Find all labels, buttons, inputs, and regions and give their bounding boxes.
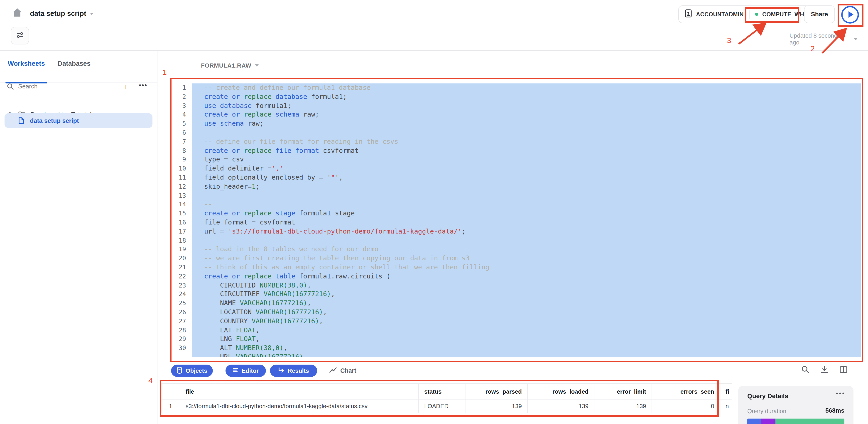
- column-header[interactable]: rows_parsed: [466, 383, 528, 399]
- code-text: CIRCUITREF VARCHAR(16777216),: [192, 290, 861, 299]
- table-cell[interactable]: n: [720, 399, 732, 413]
- code-line[interactable]: 14--: [172, 200, 861, 209]
- line-number: 9: [172, 155, 192, 164]
- download-icon[interactable]: [820, 365, 829, 376]
- search-input[interactable]: [17, 83, 110, 90]
- table-cell[interactable]: s3://formula1-dbt-cloud-python-demo/form…: [180, 399, 419, 413]
- column-header[interactable]: file: [180, 383, 419, 399]
- database-icon: [177, 367, 182, 375]
- share-button[interactable]: Share: [804, 5, 835, 23]
- code-line[interactable]: 11field_optionally_enclosed_by = '"',: [172, 173, 861, 182]
- code-line[interactable]: 17url = 's3://formula1-dbt-cloud-python-…: [172, 227, 861, 236]
- code-line[interactable]: 16file_format = csvformat: [172, 218, 861, 227]
- filters-button[interactable]: [11, 27, 29, 44]
- code-line[interactable]: 9type = csv: [172, 155, 861, 164]
- code-line[interactable]: 23 CIRCUITID NUMBER(38,0),: [172, 281, 861, 290]
- new-worksheet-button[interactable]: +: [123, 82, 128, 92]
- code-text: COUNTRY VARCHAR(16777216),: [192, 317, 861, 326]
- code-line[interactable]: 10field_delimiter =',': [172, 164, 861, 173]
- code-line[interactable]: 19-- load in the 8 tables we need for ou…: [172, 245, 861, 254]
- sidebar-more-button[interactable]: •••: [139, 81, 148, 89]
- home-button[interactable]: [10, 6, 25, 21]
- code-line[interactable]: 29 LNG FLOAT,: [172, 335, 861, 344]
- code-line[interactable]: 20-- we are first creating the table the…: [172, 254, 861, 263]
- objects-button[interactable]: Objects: [171, 365, 213, 377]
- code-line[interactable]: 18: [172, 236, 861, 245]
- column-header[interactable]: errors_seen: [652, 383, 720, 399]
- details-panel-divider: [732, 377, 732, 424]
- code-line[interactable]: 2create or replace database formula1;: [172, 93, 861, 102]
- column-header[interactable]: error_limit: [594, 383, 652, 399]
- annotation-label-3: 3: [727, 36, 731, 45]
- code-line[interactable]: 12skip_header=1;: [172, 182, 861, 191]
- line-number: 3: [172, 101, 192, 110]
- code-line[interactable]: 5use schema raw;: [172, 119, 861, 128]
- column-header[interactable]: rows_loaded: [528, 383, 594, 399]
- code-line[interactable]: 21-- think of this as an empty container…: [172, 263, 861, 272]
- code-text: use schema raw;: [192, 119, 861, 128]
- code-line[interactable]: 15create or replace stage formula1_stage: [172, 209, 861, 218]
- search-results-icon[interactable]: [801, 365, 809, 376]
- table-cell[interactable]: 139: [528, 399, 594, 413]
- updated-dropdown[interactable]: Updated 8 seconds ago: [789, 32, 858, 46]
- results-button[interactable]: Results: [270, 365, 317, 377]
- sidebar-item-worksheet-selected[interactable]: data setup script: [4, 113, 152, 128]
- page-title: data setup script: [30, 9, 86, 18]
- editor-button[interactable]: Editor: [225, 365, 266, 377]
- code-line[interactable]: 22create or replace table formula1.raw.c…: [172, 272, 861, 281]
- table-cell[interactable]: 139: [466, 399, 528, 413]
- line-number: 25: [172, 299, 192, 308]
- warehouse-label: COMPUTE_WH: [762, 11, 804, 18]
- user-badge-icon: [685, 9, 692, 20]
- code-line[interactable]: 30 ALT NUMBER(38,0),: [172, 344, 861, 353]
- code-line[interactable]: 24 CIRCUITREF VARCHAR(16777216),: [172, 290, 861, 299]
- query-details-menu-button[interactable]: •••: [836, 390, 845, 397]
- tab-databases[interactable]: Databases: [58, 60, 91, 67]
- code-line[interactable]: 13: [172, 191, 861, 200]
- role-warehouse-selector[interactable]: ACCOUNTADMIN COMPUTE_WH: [678, 5, 810, 23]
- schema-context-dropdown[interactable]: FORMULA1.RAW: [201, 62, 259, 69]
- row-number-header: [161, 383, 180, 399]
- code-text: use database formula1;: [192, 101, 861, 110]
- table-cell[interactable]: LOADED: [419, 399, 466, 413]
- code-text: skip_header=1;: [192, 182, 861, 191]
- code-line[interactable]: 25 NAME VARCHAR(16777216),: [172, 299, 861, 308]
- line-number: 19: [172, 245, 192, 254]
- line-number: 29: [172, 335, 192, 344]
- table-cell[interactable]: 0: [652, 399, 720, 413]
- code-text: url = 's3://formula1-dbt-cloud-python-de…: [192, 227, 861, 236]
- run-button[interactable]: [840, 5, 860, 24]
- split-columns-icon[interactable]: [839, 365, 847, 376]
- worksheet-label: data setup script: [30, 117, 79, 124]
- code-line[interactable]: 28 LAT FLOAT,: [172, 326, 861, 335]
- column-header[interactable]: fi: [720, 383, 732, 399]
- code-text: ALT NUMBER(38,0),: [192, 344, 861, 353]
- code-line[interactable]: 1-- create and define our formula1 datab…: [172, 84, 861, 93]
- code-line[interactable]: 3use database formula1;: [172, 101, 861, 110]
- tab-worksheets[interactable]: Worksheets: [8, 60, 45, 67]
- code-text: field_optionally_enclosed_by = '"',: [192, 173, 861, 182]
- table-row[interactable]: 1s3://formula1-dbt-cloud-python-demo/for…: [161, 399, 732, 413]
- line-number: 26: [172, 308, 192, 317]
- code-text: [192, 236, 861, 245]
- code-line[interactable]: 8create or replace file format csvformat: [172, 146, 861, 155]
- results-toolbar-icons: [801, 365, 847, 376]
- code-line[interactable]: URL VARCHAR(16777216),: [172, 353, 861, 357]
- code-line[interactable]: 27 COUNTRY VARCHAR(16777216),: [172, 317, 861, 326]
- worksheet-title-dropdown[interactable]: data setup script: [30, 9, 93, 18]
- code-line[interactable]: 26 LOCATION VARCHAR(16777216),: [172, 308, 861, 317]
- query-duration-label: Query duration: [747, 408, 786, 415]
- column-header[interactable]: status: [419, 383, 466, 399]
- objects-label: Objects: [186, 367, 207, 374]
- line-number: 10: [172, 164, 192, 173]
- sql-editor[interactable]: 1-- create and define our formula1 datab…: [172, 84, 861, 357]
- code-line[interactable]: 4create or replace schema raw;: [172, 110, 861, 120]
- results-table: filestatusrows_parsedrows_loadederror_li…: [161, 383, 732, 413]
- code-line[interactable]: 7-- define our file format for reading i…: [172, 137, 861, 146]
- table-cell[interactable]: 139: [594, 399, 652, 413]
- line-number: 16: [172, 218, 192, 227]
- line-number: 4: [172, 110, 192, 120]
- query-details-panel: Query Details ••• Query duration 568ms: [738, 386, 854, 424]
- chart-button[interactable]: Chart: [330, 365, 356, 377]
- code-line[interactable]: 6: [172, 128, 861, 137]
